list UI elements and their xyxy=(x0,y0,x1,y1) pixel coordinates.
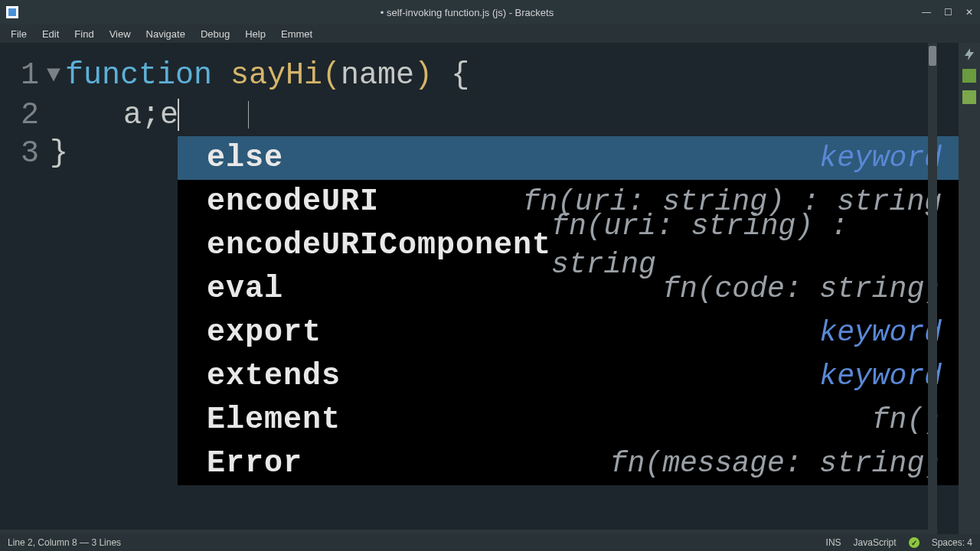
right-rail xyxy=(959,43,980,534)
maximize-button[interactable]: ☐ xyxy=(937,0,959,24)
autocomplete-name: extends xyxy=(207,357,341,396)
autocomplete-item[interactable]: Error fn(message: string) xyxy=(178,442,959,485)
line-number: 1 xyxy=(0,57,50,96)
menu-debug[interactable]: Debug xyxy=(193,27,237,41)
window-title: • self-invoking function.js (js) - Brack… xyxy=(18,7,916,18)
autocomplete-item[interactable]: Element fn() xyxy=(178,398,959,442)
autocomplete-popup[interactable]: else keyword encodeURI fn(uri: string) :… xyxy=(178,136,959,485)
main-area: 1 ▼function sayHi(name) { 2 a;e 3 } else… xyxy=(0,43,980,534)
autocomplete-name: encodeURI xyxy=(207,183,379,221)
token-brace: { xyxy=(433,58,469,93)
close-button[interactable]: ✕ xyxy=(959,0,980,24)
window-controls: — ☐ ✕ xyxy=(916,0,980,24)
token-keyword: function xyxy=(65,58,212,93)
autocomplete-name: export xyxy=(207,314,322,352)
autocomplete-item[interactable]: encodeURIComponent fn(uri: string) : str… xyxy=(178,223,959,267)
fold-arrow-icon[interactable]: ▼ xyxy=(47,56,60,94)
menu-view[interactable]: View xyxy=(102,27,139,41)
status-language[interactable]: JavaScript xyxy=(854,537,897,548)
menu-file[interactable]: File xyxy=(3,27,34,41)
statusbar: Line 2, Column 8 — 3 Lines INS JavaScrip… xyxy=(0,534,980,551)
line-number: 2 xyxy=(0,96,50,135)
status-ok-icon[interactable]: ✓ xyxy=(909,537,920,548)
code-line: 2 a;e xyxy=(0,96,959,135)
text-cursor xyxy=(178,99,179,131)
code-line: 1 ▼function sayHi(name) { xyxy=(0,57,959,96)
scrollbar-bottom xyxy=(0,530,937,534)
autocomplete-name: encodeURIComponent xyxy=(207,227,551,265)
token-brace: } xyxy=(50,136,68,171)
status-cursor-info[interactable]: Line 2, Column 8 — 3 Lines xyxy=(8,537,826,548)
caret-icon xyxy=(248,101,249,129)
token-param: name xyxy=(341,58,414,93)
menu-edit[interactable]: Edit xyxy=(34,27,67,41)
autocomplete-type: keyword xyxy=(819,139,942,178)
token-paren: ( xyxy=(322,58,341,93)
autocomplete-type: fn(message: string) xyxy=(610,445,942,483)
live-preview-icon[interactable] xyxy=(962,47,976,61)
status-ins[interactable]: INS xyxy=(826,537,841,548)
autocomplete-type: keyword xyxy=(819,357,942,396)
menu-help[interactable]: Help xyxy=(237,27,273,41)
autocomplete-item[interactable]: export keyword xyxy=(178,311,959,354)
scrollbar-track[interactable] xyxy=(928,43,937,534)
menu-find[interactable]: Find xyxy=(67,27,101,41)
status-right: INS JavaScript ✓ Spaces: 4 xyxy=(826,537,972,548)
menu-emmet[interactable]: Emmet xyxy=(273,27,320,41)
minimize-button[interactable]: — xyxy=(916,0,937,24)
code-content[interactable]: ▼function sayHi(name) { xyxy=(50,57,959,96)
token-text: a;e xyxy=(123,98,178,132)
extension-icon[interactable] xyxy=(962,90,976,104)
code-content[interactable]: a;e xyxy=(50,96,959,135)
code-editor[interactable]: 1 ▼function sayHi(name) { 2 a;e 3 } else… xyxy=(0,43,959,534)
app-icon xyxy=(6,6,18,18)
menu-navigate[interactable]: Navigate xyxy=(139,27,193,41)
menubar: File Edit Find View Navigate Debug Help … xyxy=(0,24,980,43)
autocomplete-name: Element xyxy=(207,401,341,439)
autocomplete-item[interactable]: else keyword xyxy=(178,136,959,180)
status-spaces[interactable]: Spaces: 4 xyxy=(932,537,972,548)
extension-icon[interactable] xyxy=(962,69,976,83)
line-number: 3 xyxy=(0,135,50,173)
autocomplete-type: keyword xyxy=(819,314,942,352)
token-paren: ) xyxy=(414,58,433,93)
scrollbar-thumb[interactable] xyxy=(929,46,936,66)
titlebar: • self-invoking function.js (js) - Brack… xyxy=(0,0,980,24)
token-func: sayHi xyxy=(212,58,322,93)
autocomplete-item[interactable]: extends keyword xyxy=(178,354,959,398)
autocomplete-name: eval xyxy=(207,270,283,308)
svg-rect-1 xyxy=(8,8,16,16)
autocomplete-type: fn(code: string) xyxy=(662,270,942,308)
autocomplete-name: Error xyxy=(207,445,302,483)
autocomplete-name: else xyxy=(207,139,283,178)
